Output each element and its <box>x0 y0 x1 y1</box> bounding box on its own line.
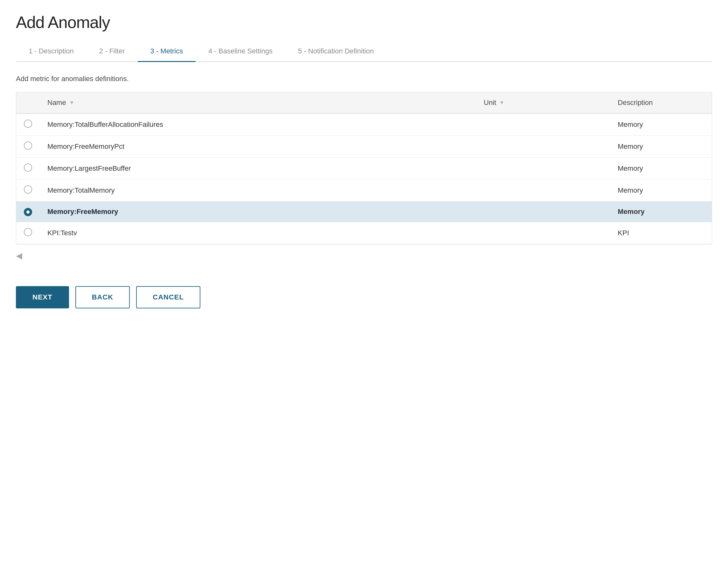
th-name: Name ▼ <box>40 92 476 114</box>
unit-cell <box>476 158 610 180</box>
name-cell: Memory:TotalBufferAllocationFailures <box>40 114 476 136</box>
tab-baseline[interactable]: 4 - Baseline Settings <box>196 41 285 62</box>
radio-button[interactable] <box>24 208 32 216</box>
scroll-left-indicator[interactable]: ◀ <box>16 244 712 267</box>
unit-cell <box>476 202 610 222</box>
table-row[interactable]: Memory:TotalMemoryMemory <box>16 180 712 202</box>
radio-cell[interactable] <box>16 136 40 158</box>
radio-button[interactable] <box>24 185 32 194</box>
unit-cell <box>476 180 610 202</box>
table-row[interactable]: Memory:FreeMemoryMemory <box>16 202 712 222</box>
radio-cell[interactable] <box>16 222 40 244</box>
radio-button[interactable] <box>24 141 32 150</box>
description-cell: Memory <box>610 114 712 136</box>
description-cell: KPI <box>610 222 712 244</box>
name-cell: Memory:TotalMemory <box>40 180 476 202</box>
table-header-row: Name ▼ Unit ▼ Description <box>16 92 712 114</box>
table-row[interactable]: KPI:TestvKPI <box>16 222 712 244</box>
unit-filter-icon[interactable]: ▼ <box>499 100 504 106</box>
tab-description[interactable]: 1 - Description <box>16 41 87 62</box>
tabs-bar: 1 - Description 2 - Filter 3 - Metrics 4… <box>16 41 712 62</box>
radio-button[interactable] <box>24 120 32 128</box>
radio-cell[interactable] <box>16 114 40 136</box>
footer-actions: NEXT BACK CANCEL <box>16 286 712 308</box>
table-row[interactable]: Memory:LargestFreeBufferMemory <box>16 158 712 180</box>
radio-button[interactable] <box>24 163 32 172</box>
metrics-table: Name ▼ Unit ▼ Description <box>16 92 712 244</box>
back-button[interactable]: BACK <box>75 286 130 308</box>
name-cell: Memory:FreeMemoryPct <box>40 136 476 158</box>
tab-filter[interactable]: 2 - Filter <box>87 41 138 62</box>
table-row[interactable]: Memory:TotalBufferAllocationFailuresMemo… <box>16 114 712 136</box>
description-cell: Memory <box>610 202 712 222</box>
radio-cell[interactable] <box>16 202 40 222</box>
th-unit: Unit ▼ <box>476 92 610 114</box>
th-select <box>16 92 40 114</box>
description-cell: Memory <box>610 158 712 180</box>
tab-notification[interactable]: 5 - Notification Definition <box>285 41 387 62</box>
unit-cell <box>476 222 610 244</box>
tab-metrics[interactable]: 3 - Metrics <box>138 41 196 62</box>
description-cell: Memory <box>610 136 712 158</box>
radio-cell[interactable] <box>16 180 40 202</box>
next-button[interactable]: NEXT <box>16 286 69 308</box>
unit-cell <box>476 114 610 136</box>
name-cell: Memory:LargestFreeBuffer <box>40 158 476 180</box>
name-filter-icon[interactable]: ▼ <box>69 100 75 106</box>
th-description: Description <box>610 92 712 114</box>
radio-cell[interactable] <box>16 158 40 180</box>
page-subtitle: Add metric for anomalies definitions. <box>16 75 712 83</box>
name-cell: KPI:Testv <box>40 222 476 244</box>
page-wrapper: Add Anomaly 1 - Description 2 - Filter 3… <box>0 0 728 571</box>
table-row[interactable]: Memory:FreeMemoryPctMemory <box>16 136 712 158</box>
unit-cell <box>476 136 610 158</box>
page-title: Add Anomaly <box>16 13 712 32</box>
description-cell: Memory <box>610 180 712 202</box>
radio-button[interactable] <box>24 228 32 236</box>
name-cell: Memory:FreeMemory <box>40 202 476 222</box>
cancel-button[interactable]: CANCEL <box>136 286 200 308</box>
